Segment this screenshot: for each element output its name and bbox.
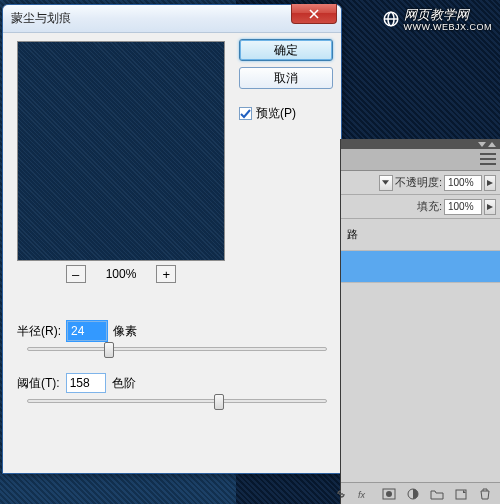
globe-icon (382, 10, 400, 28)
panel-tabs (341, 149, 500, 171)
close-icon (309, 9, 319, 19)
svg-text:fx: fx (358, 490, 366, 500)
preview-label: 预览(P) (256, 105, 296, 122)
opacity-row: 不透明度: 100% (341, 171, 500, 195)
opacity-flyout[interactable] (484, 175, 496, 191)
opacity-label: 不透明度: (395, 175, 442, 190)
watermark-url: WWW.WEBJX.COM (404, 22, 493, 32)
dialog-title: 蒙尘与划痕 (11, 10, 71, 27)
link-layers-icon[interactable] (334, 487, 348, 501)
blend-mode-caret[interactable] (379, 175, 393, 191)
layers-panel: 不透明度: 100% 填充: 100% 路 fx (340, 139, 500, 504)
panel-collapse-bar[interactable] (341, 139, 500, 149)
opacity-value[interactable]: 100% (444, 175, 482, 191)
threshold-unit: 色阶 (112, 375, 136, 392)
preview-checkbox[interactable] (239, 107, 252, 120)
svg-point-10 (386, 491, 392, 497)
threshold-slider-thumb[interactable] (214, 394, 224, 410)
dialog-button-col: 确定 取消 预览(P) (239, 39, 333, 122)
svg-rect-12 (456, 490, 466, 499)
trash-icon[interactable] (478, 487, 492, 501)
fill-label: 填充: (417, 199, 442, 214)
fill-flyout[interactable] (484, 199, 496, 215)
preview-checkbox-row: 预览(P) (239, 105, 333, 122)
radius-input[interactable] (67, 321, 107, 341)
fx-icon[interactable]: fx (358, 487, 372, 501)
triangle-right-icon (487, 204, 493, 210)
radius-row: 半径(R): 像素 (17, 321, 333, 341)
threshold-slider[interactable] (27, 399, 327, 403)
zoom-out-button[interactable]: – (66, 265, 86, 283)
mask-icon[interactable] (382, 487, 396, 501)
cancel-button[interactable]: 取消 (239, 67, 333, 89)
radius-unit: 像素 (113, 323, 137, 340)
dialog-body: – 100% + 确定 取消 预览(P) 半径(R): 像素 阈值(T): (3, 33, 341, 473)
triangle-right-icon (487, 180, 493, 186)
layer-name: 路 (347, 227, 358, 242)
fill-value[interactable]: 100% (444, 199, 482, 215)
threshold-label: 阈值(T): (17, 375, 60, 392)
layers-footer: fx (341, 482, 500, 504)
svg-marker-5 (382, 180, 389, 184)
radius-slider[interactable] (27, 347, 327, 351)
adjust-layer-icon[interactable] (406, 487, 420, 501)
new-layer-icon[interactable] (454, 487, 468, 501)
group-icon[interactable] (430, 487, 444, 501)
svg-marker-6 (487, 180, 493, 186)
radius-slider-thumb[interactable] (104, 342, 114, 358)
watermark: 网页教学网 WWW.WEBJX.COM (382, 6, 493, 32)
zoom-controls: – 100% + (17, 265, 225, 283)
ok-button[interactable]: 确定 (239, 39, 333, 61)
preview-canvas[interactable] (17, 41, 225, 261)
dust-scratches-dialog: 蒙尘与划痕 – 100% + 确定 取消 预览(P) 半径(R): 像素 (2, 4, 342, 474)
svg-marker-7 (487, 204, 493, 210)
close-button[interactable] (291, 4, 337, 24)
layer-item-selected[interactable] (341, 251, 500, 283)
zoom-percent: 100% (106, 267, 137, 281)
titlebar[interactable]: 蒙尘与划痕 (3, 5, 341, 33)
zoom-in-button[interactable]: + (156, 265, 176, 283)
chevron-down-icon (382, 180, 389, 185)
radius-label: 半径(R): (17, 323, 61, 340)
fill-row: 填充: 100% (341, 195, 500, 219)
panel-menu-icon[interactable] (480, 153, 496, 165)
layer-item[interactable]: 路 (341, 219, 500, 251)
threshold-input[interactable] (66, 373, 106, 393)
check-icon (240, 108, 251, 119)
threshold-row: 阈值(T): 色阶 (17, 373, 333, 393)
